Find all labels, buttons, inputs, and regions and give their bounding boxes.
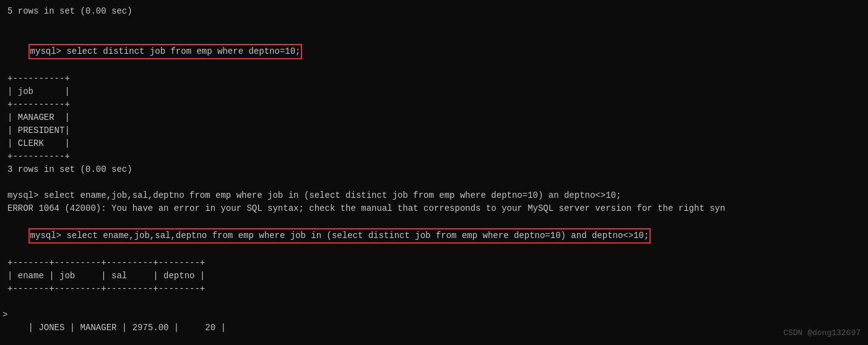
error-query-line: mysql> select ename,job,sal,deptno from … xyxy=(7,189,861,202)
table2-border-2: +-------+---------+---------+--------+ xyxy=(7,283,861,296)
query1-highlight: mysql> select distinct job from emp wher… xyxy=(28,44,303,59)
table-header-1: | job | xyxy=(7,85,861,98)
error-message: ERROR 1064 (42000): You have an error in… xyxy=(7,202,861,215)
result-rows-1: 3 rows in set (0.00 sec) xyxy=(7,163,861,176)
table-row-manager: | MANAGER | xyxy=(7,111,861,124)
query-line-1: mysql> select distinct job from emp wher… xyxy=(7,31,861,72)
table-row-clerk: | CLERK | xyxy=(7,137,861,150)
query-line-2: mysql> select ename,job,sal,deptno from … xyxy=(7,215,861,257)
table-border-3: +----------+ xyxy=(7,150,861,163)
table-row-president: | PRESIDENT| xyxy=(7,124,861,137)
query2-highlight: mysql> select ename,job,sal,deptno from … xyxy=(28,228,651,244)
empty-line-1 xyxy=(7,18,861,31)
empty-line-2 xyxy=(7,176,861,189)
table2-row-jones: > | JONES | MANAGER | 2975.00 | 20 | xyxy=(7,296,861,345)
table2-header: | ename | job | sal | deptno | xyxy=(7,270,861,283)
table2-border-1: +-------+---------+---------+--------+ xyxy=(7,257,861,270)
arrow-icon: > xyxy=(2,309,7,322)
watermark: CSDN @dong132697 xyxy=(783,327,861,339)
terminal: 5 rows in set (0.00 sec) mysql> select d… xyxy=(0,0,868,345)
result-line-1: 5 rows in set (0.00 sec) xyxy=(7,5,861,18)
table-border-2: +----------+ xyxy=(7,98,861,111)
table-border-1: +----------+ xyxy=(7,72,861,85)
